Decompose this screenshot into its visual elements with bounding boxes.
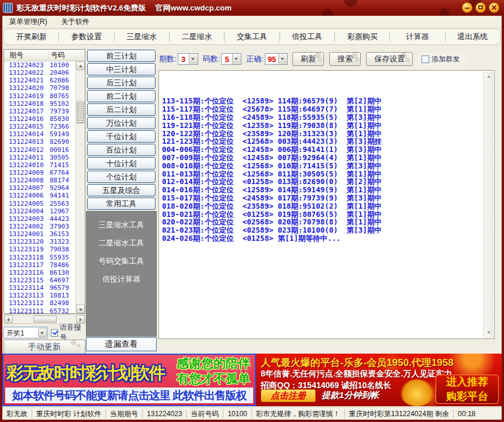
toolbar-item[interactable]: 参数设置 [59, 32, 114, 41]
plan-nav-button[interactable]: 个位计划 [87, 171, 156, 183]
toolbar-item[interactable]: 退出系统 [446, 32, 500, 41]
table-row[interactable]: 131224019 80765 [4, 92, 75, 100]
banner-update-link[interactable]: 如本软件号码不能更新请点击这里 此软件出售版权 [5, 388, 253, 403]
table-row[interactable]: 131223120 31323 [4, 238, 75, 245]
table-row[interactable]: 131224004 12967 [4, 207, 75, 215]
scroll-down-button[interactable] [485, 329, 492, 336]
register-button[interactable]: 点击注册 [261, 389, 316, 402]
menu-item[interactable]: 菜单管理(R) [2, 16, 54, 27]
table-row[interactable]: 131224015 72366 [4, 123, 75, 130]
toolbar-item[interactable]: 计算器 [390, 32, 445, 41]
toolbar-item[interactable]: 二星缩水 [170, 32, 225, 41]
scroll-right-button[interactable] [76, 315, 85, 323]
tool-link[interactable]: 倍投计算器 [87, 270, 156, 288]
plan-nav-button[interactable]: 中三计划 [87, 63, 156, 75]
scrollbar-thumb[interactable] [77, 101, 84, 123]
table-row[interactable]: 131224013 82690 [4, 138, 75, 146]
search-button[interactable]: 搜索 [329, 52, 361, 66]
scroll-up-button[interactable] [485, 73, 492, 80]
table-row[interactable]: 131223116 86130 [4, 269, 75, 276]
column-header-issue[interactable]: 期号 [4, 50, 49, 60]
scroll-up-button[interactable] [76, 61, 85, 70]
table-row[interactable]: 131224011 30505 [4, 154, 75, 161]
accuracy-stepper[interactable]: 95 [265, 53, 288, 65]
scroll-down-button[interactable] [76, 305, 85, 313]
promo-platform-button[interactable]: 进入推荐 购彩平台 [436, 375, 499, 404]
toolbar-item[interactable]: 倍投工具 [280, 32, 335, 41]
history-vertical-scrollbar[interactable] [75, 61, 85, 313]
plan-nav-button[interactable]: 后三计划 [87, 77, 156, 89]
column-header-number[interactable]: 号码 [49, 50, 85, 60]
window-controls [462, 2, 499, 13]
table-row[interactable]: 131224022 20406 [4, 69, 75, 77]
table-row[interactable]: 131223113 10813 [4, 292, 75, 299]
toolbar-item[interactable]: 三星缩水 [115, 32, 170, 41]
tool-link[interactable]: 二星缩水工具 [87, 234, 156, 252]
table-row[interactable]: 131223114 96579 [4, 284, 75, 292]
plan-nav-button[interactable]: 前三计划 [87, 50, 156, 62]
save-settings-button[interactable]: 保存设置 [366, 52, 413, 66]
ad-banner-left[interactable]: 彩无敌时时彩计划软件 感谢您的陪伴 有您才不孤单 如本软件号码不能更新请点击这里… [2, 354, 256, 406]
minimize-button[interactable] [462, 2, 472, 13]
group-send-checkbox[interactable] [422, 56, 429, 63]
close-button[interactable] [489, 2, 499, 13]
table-row[interactable]: 131224002 37903 [4, 223, 75, 230]
table-row[interactable]: 131223112 82498 [4, 299, 75, 307]
table-row[interactable]: 131224016 85030 [4, 115, 75, 123]
plan-nav-button[interactable]: 五星及综合 [87, 184, 156, 196]
table-row[interactable]: 131224001 36153 [4, 230, 75, 238]
table-row[interactable]: 131224020 70798 [4, 84, 75, 92]
table-row[interactable]: 131223118 55935 [4, 254, 75, 261]
table-row[interactable]: 131224003 44423 [4, 215, 75, 223]
ad-banner-right[interactable]: 人气最火爆的平台-乐多-会员1950.代理1958 8年信誉.无任何污点.全额担… [256, 354, 502, 406]
issue-cell: 131223117 [4, 261, 49, 269]
scrollbar-thumb[interactable] [33, 316, 57, 323]
scroll-left-button[interactable] [4, 315, 13, 323]
maximize-button[interactable] [475, 2, 486, 13]
table-row[interactable]: 131224005 25563 [4, 200, 75, 207]
voice-announce-checkbox[interactable] [51, 329, 58, 337]
table-row[interactable]: 131223117 78486 [4, 261, 75, 269]
table-row[interactable]: 131223115 64697 [4, 276, 75, 284]
plan-nav-button[interactable]: 十位计划 [87, 157, 156, 170]
plan-nav-button[interactable]: 常用工具 [87, 198, 156, 210]
table-row[interactable]: 131224010 71415 [4, 161, 75, 169]
table-row[interactable]: 131224018 95102 [4, 100, 75, 108]
table-row[interactable]: 131223111 65732 [4, 307, 75, 314]
toolbar-item[interactable]: 交集工具 [225, 32, 279, 41]
toolbar-item[interactable]: 彩票购买 [335, 32, 390, 41]
refresh-button[interactable]: 刷新 [292, 52, 324, 66]
periods-stepper[interactable]: 3 [178, 53, 198, 65]
menu-item[interactable]: 关于软件 [54, 16, 96, 27]
plan-nav-button[interactable]: 万位计划 [87, 117, 156, 129]
plan-nav-button[interactable]: 百位计划 [87, 144, 156, 156]
plan-nav-button[interactable]: 前二计划 [87, 90, 156, 102]
draw-source-select[interactable]: 开奖1 [4, 327, 48, 338]
table-row[interactable]: 131224009 67764 [4, 169, 75, 177]
tool-link[interactable]: 号码交集工具 [87, 252, 156, 270]
tool-link[interactable]: 三星缩水工具 [87, 216, 156, 234]
table-row[interactable]: 131223119 79038 [4, 245, 75, 253]
table-row[interactable]: 131224021 62086 [4, 77, 75, 84]
table-row[interactable]: 131224007 92964 [4, 184, 75, 192]
table-row[interactable]: 131224008 88174 [4, 177, 75, 184]
toolbar-item[interactable]: 开奖刷新 [4, 32, 59, 41]
periods-dropdown-button[interactable] [189, 54, 198, 64]
combo-dropdown-button[interactable] [38, 328, 47, 337]
plan-vertical-scrollbar[interactable] [484, 71, 493, 338]
manual-update-button[interactable]: 手动更新 [4, 340, 85, 354]
ad-line2: 8年信誉.无任何污点.全额担保资金安全.万人见证实力 [261, 369, 452, 379]
plan-nav-button[interactable]: 千位计划 [87, 130, 156, 143]
omission-view-button[interactable]: 遗漏查看 [86, 337, 157, 351]
table-row[interactable]: 131224012 00016 [4, 146, 75, 154]
table-row[interactable]: 131224017 79739 [4, 108, 75, 115]
common-tools-panel: 三星缩水工具二星缩水工具号码交集工具倍投计算器 [86, 211, 157, 337]
accuracy-dropdown-button[interactable] [278, 54, 287, 64]
codes-stepper[interactable]: 5 [221, 53, 241, 65]
table-row[interactable]: 131224006 94141 [4, 192, 75, 199]
table-row[interactable]: 131224023 10100 [4, 61, 75, 69]
arrow-up-icon [487, 75, 491, 78]
codes-dropdown-button[interactable] [232, 54, 241, 64]
table-row[interactable]: 131224014 59149 [4, 130, 75, 138]
plan-nav-button[interactable]: 后二计划 [87, 103, 156, 116]
